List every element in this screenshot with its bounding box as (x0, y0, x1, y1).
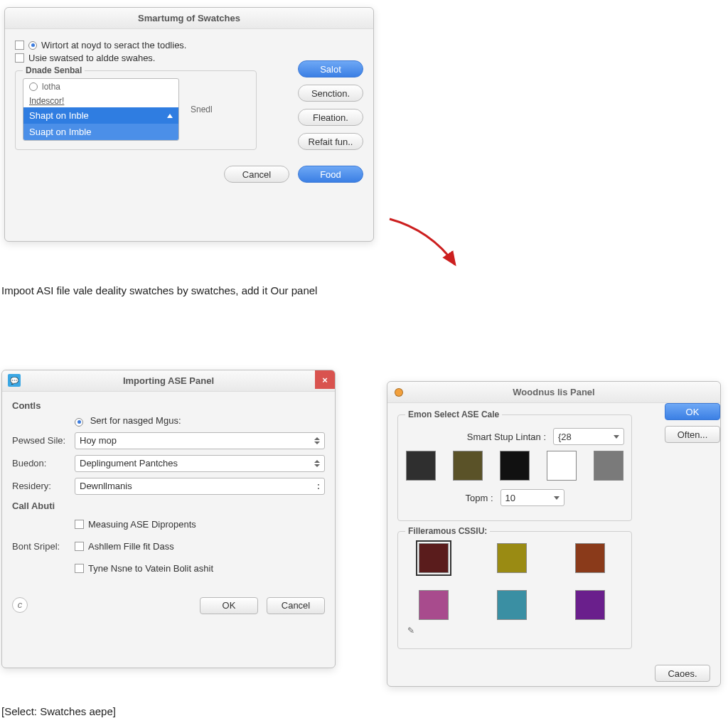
swatch[interactable] (419, 543, 449, 573)
swatch[interactable] (500, 451, 530, 481)
row-residery: Residery: Dewnllmanis : (12, 478, 325, 495)
ok-button[interactable]: OK (200, 597, 258, 614)
arrow-icon (384, 213, 469, 277)
dialog-smartumg-swatches: Smartumg of Swatches Wirtort at noyd to … (4, 7, 374, 242)
checkbox-box-icon (75, 542, 84, 551)
cancel-button[interactable]: Cancel (267, 597, 325, 614)
select-value: Hoy mop (80, 435, 117, 446)
reset-button[interactable]: c (12, 597, 28, 613)
button-stack: Salot Senction. Fleation. Refait fun.. (298, 60, 363, 150)
checkbox-label: Ashllem Fille fit Dass (88, 541, 174, 552)
app-icon: 💬 (8, 374, 21, 387)
checkbox-ashllem[interactable]: Ashllem Fille fit Dass (75, 541, 213, 552)
food-button[interactable]: Food (298, 166, 363, 183)
close-button[interactable]: × (315, 370, 335, 389)
dialog-title: Smartumg of Swatches (138, 13, 240, 23)
field-label: Residery: (12, 481, 68, 491)
checkbox-label: Measuing ASE Dipropents (88, 519, 196, 530)
dialog-titlebar[interactable]: Smartumg of Swatches (5, 8, 373, 29)
caption-text: Impoot ASI file vale deality swatches by… (1, 284, 317, 296)
colon-icon: : (317, 481, 320, 491)
refait-button[interactable]: Refait fun.. (298, 133, 363, 150)
section-header: Contls (12, 400, 325, 411)
checkbox-box-icon (15, 41, 24, 50)
fleation-button[interactable]: Fleation. (298, 109, 363, 126)
dialog-footer: c OK Cancel (2, 592, 335, 624)
checkbox-wirtort[interactable]: Wirtort at noyd to seract the todlies. (15, 40, 363, 50)
dialog-footer: Caoes. (387, 659, 720, 692)
caption-bottom: [Select: Swatches aepe] (1, 705, 116, 717)
swatch[interactable] (575, 543, 605, 573)
dialog-importing-ase-panel: 💬 Importing ASE Panel × Contls Sert for … (1, 370, 336, 668)
radio-icon (29, 82, 38, 91)
field-label: Topm : (465, 493, 493, 503)
list-item[interactable]: Shapt on Inble (23, 107, 178, 124)
swatch[interactable] (594, 451, 623, 481)
dialog-titlebar[interactable]: 💬 Importing ASE Panel × (2, 370, 335, 392)
swatch[interactable] (497, 590, 527, 620)
dialog-titlebar[interactable]: Woodnus lis Panel (387, 382, 720, 403)
swatch[interactable] (453, 451, 483, 481)
list-item-label: Suapt on Imble (29, 127, 91, 137)
listbox[interactable]: lotha Indescor! Shapt on Inble Suapt on … (23, 78, 179, 141)
chevron-down-icon (614, 435, 619, 439)
caoes-button[interactable]: Caoes. (655, 665, 710, 682)
trafficlight-icon[interactable] (395, 388, 403, 397)
close-icon: × (322, 375, 328, 385)
swatch[interactable] (406, 451, 436, 481)
field-label: Buedon: (12, 458, 68, 469)
checkbox-label: Tyne Nsne to Vatein Bolit ashit (88, 563, 213, 574)
checkbox-label: Wirtort at noyd to seract the todlies. (41, 40, 186, 50)
residery-select[interactable]: Dewnllmanis : (75, 478, 325, 495)
dialog-body: Contls Sert for nasged Mgus: Pewsed Sile… (2, 392, 335, 592)
salot-button[interactable]: Salot (298, 60, 363, 77)
group-dnade-senbal: Dnade Senbal lotha Indescor! Shapt on In… (15, 70, 257, 150)
select-value: 10 (505, 493, 515, 503)
buedon-select[interactable]: Deplingument Pantches (75, 455, 325, 472)
dialog-title: Woodnus lis Panel (513, 387, 594, 397)
radio-sert[interactable] (75, 418, 83, 427)
topm-select[interactable]: 10 (500, 489, 564, 506)
list-item-label: Shapt on Inble (29, 110, 89, 121)
eyedropper-icon[interactable]: ✎ (405, 626, 624, 636)
senction-button[interactable]: Senction. (298, 85, 363, 102)
dialog-woodnus-panel: Woodnus lis Panel OK Often... Emon Selec… (387, 381, 721, 687)
group-legend: Emon Select ASE Cale (405, 410, 502, 419)
chevron-down-icon (554, 496, 560, 500)
checkbox-box-icon (75, 520, 84, 529)
list-item[interactable]: Suapt on Imble (23, 124, 178, 140)
checkbox-measuing[interactable]: Measuing ASE Dipropents (75, 519, 213, 530)
field-label: Pewsed Sile: (12, 435, 68, 446)
field-label: Smart Stup Lintan : (405, 432, 546, 442)
group-legend: Dnade Senbal (23, 65, 85, 75)
pewsed-sile-select[interactable]: Hoy mop (75, 432, 325, 449)
group-emon-select: Emon Select ASE Cale Smart Stup Lintan :… (397, 414, 632, 521)
dialog-body: OK Often... Emon Select ASE Cale Smart S… (387, 403, 720, 659)
row-bont-sripel: Bont Sripel: Measuing ASE Dipropents Ash… (12, 517, 325, 576)
ok-button[interactable]: OK (665, 403, 720, 420)
cancel-button[interactable]: Cancel (224, 166, 289, 183)
often-button[interactable]: Often... (665, 426, 720, 443)
swatch[interactable] (547, 451, 577, 481)
listbox-link[interactable]: Indescor! (23, 95, 178, 107)
swatch-grid (405, 543, 624, 620)
dialog-body: Wirtort at noyd to seract the todlies. U… (5, 29, 373, 160)
select-value: {28 (558, 432, 572, 442)
smart-stup-select[interactable]: {28 (553, 428, 624, 445)
listbox-head-text: lotha (42, 82, 60, 92)
select-value: Deplingument Pantches (80, 458, 178, 469)
radio-label: Sert for nasged Mgus: (90, 415, 181, 426)
select-value: Dewnllmanis (80, 481, 132, 491)
updown-icon (314, 437, 320, 444)
side-label: Snedl (191, 105, 213, 114)
radio-icon (28, 41, 37, 50)
swatch[interactable] (575, 590, 605, 620)
row-pewsed-sile: Pewsed Sile: Hoy mop (12, 432, 325, 449)
swatch[interactable] (497, 543, 527, 573)
section-header: Call Abuti (12, 500, 325, 511)
swatch[interactable] (419, 590, 449, 620)
checkbox-box-icon (15, 53, 24, 63)
chevron-up-icon (167, 114, 173, 118)
checkbox-tyne[interactable]: Tyne Nsne to Vatein Bolit ashit (75, 563, 213, 574)
row-buedon: Buedon: Deplingument Pantches (12, 455, 325, 472)
